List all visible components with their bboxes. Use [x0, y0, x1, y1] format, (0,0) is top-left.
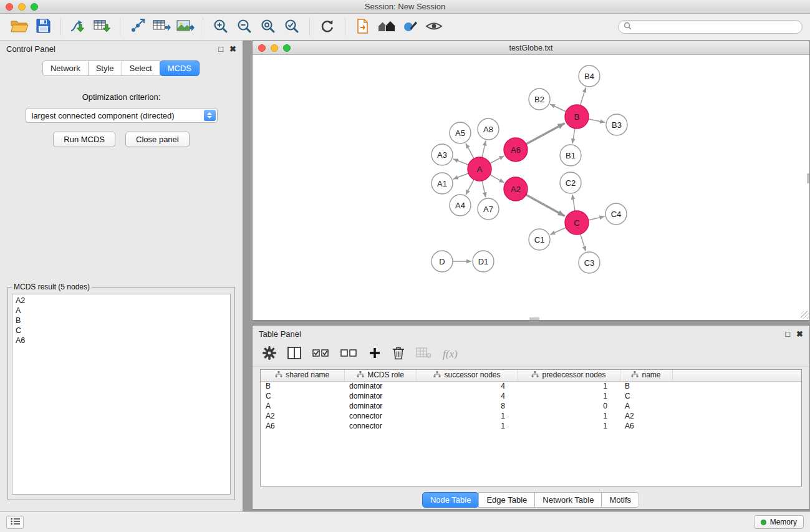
zoom-out-button[interactable]	[233, 16, 256, 38]
titlebar[interactable]: Session: New Session	[0, 0, 810, 14]
unselect-all-button[interactable]	[340, 345, 357, 364]
show-all-button[interactable]	[375, 16, 398, 38]
save-session-button[interactable]	[31, 16, 55, 38]
table-settings-button[interactable]	[263, 345, 276, 364]
tab-node-table[interactable]: Node Table	[422, 492, 480, 508]
graph-edge-A-A7[interactable]	[482, 181, 486, 198]
table-row[interactable]: Bdominator41B	[261, 381, 801, 391]
graph-node-A8[interactable]: A8	[478, 118, 499, 140]
mcds-result-item[interactable]: B	[16, 316, 227, 326]
graph-edge-B-B1[interactable]	[572, 128, 575, 143]
graph-node-A5[interactable]: A5	[450, 122, 471, 143]
tab-motifs[interactable]: Motifs	[601, 492, 639, 508]
close-window-button[interactable]	[6, 3, 13, 11]
graph-node-A3[interactable]: A3	[432, 144, 453, 165]
minimize-window-button[interactable]	[18, 3, 26, 11]
delete-column-button[interactable]	[392, 345, 405, 364]
graph-node-A6[interactable]: A6	[504, 138, 528, 162]
show-hide-button[interactable]	[422, 16, 446, 38]
tab-select[interactable]: Select	[122, 60, 160, 76]
import-network-button[interactable]	[67, 16, 90, 38]
select-all-button[interactable]	[312, 345, 329, 364]
mcds-result-item[interactable]: A2	[16, 296, 227, 306]
table-row[interactable]: Cdominator41C	[261, 391, 801, 401]
graph-node-A7[interactable]: A7	[478, 198, 499, 220]
search-input[interactable]	[635, 22, 797, 31]
graph-edge-A-A6[interactable]	[490, 156, 504, 163]
graph-edge-A2-C[interactable]	[526, 195, 565, 216]
graph-edge-A-A5[interactable]	[466, 143, 474, 158]
float-table-panel-icon[interactable]: □	[785, 330, 790, 338]
mcds-result-item[interactable]: A	[16, 306, 227, 316]
add-column-button[interactable]	[369, 345, 381, 364]
style-button[interactable]	[398, 16, 422, 38]
graph-edge-A6-B[interactable]	[526, 123, 565, 145]
criterion-dropdown[interactable]: largest connected component (directed)	[26, 108, 218, 123]
node-table-container[interactable]: shared nameMCDS rolesuccessor nodesprede…	[260, 369, 802, 486]
graph-edge-C-C4[interactable]	[589, 216, 605, 220]
float-panel-icon[interactable]: □	[218, 45, 223, 53]
graph-node-B3[interactable]: B3	[606, 114, 627, 135]
tab-style[interactable]: Style	[88, 60, 122, 76]
graph-node-C3[interactable]: C3	[579, 252, 600, 273]
graph-edge-C-C3[interactable]	[581, 234, 586, 251]
column-header-name[interactable]: name	[620, 370, 672, 381]
tab-mcds[interactable]: MCDS	[160, 60, 200, 76]
delete-table-button[interactable]	[416, 345, 432, 364]
graph-node-C4[interactable]: C4	[605, 203, 627, 225]
function-builder-button[interactable]: f(x)	[443, 345, 458, 364]
graph-node-B2[interactable]: B2	[529, 89, 550, 110]
graph-edge-A-A3[interactable]	[453, 159, 469, 165]
run-mcds-button[interactable]: Run MCDS	[53, 132, 115, 147]
memory-button[interactable]: Memory	[754, 515, 804, 529]
graph-node-B1[interactable]: B1	[560, 145, 581, 166]
show-columns-button[interactable]	[287, 345, 301, 364]
graph-node-A1[interactable]: A1	[432, 173, 453, 194]
graph-node-A2[interactable]: A2	[504, 177, 528, 201]
network-canvas[interactable]: B4B2BB3B1A5A8A6A3AA1A2A4A7C2C1CC4C3DD1	[253, 55, 809, 320]
column-header-MCDS-role[interactable]: MCDS role	[344, 370, 417, 381]
graph-node-B[interactable]: B	[565, 105, 589, 128]
close-panel-icon[interactable]: ✖	[229, 45, 236, 53]
column-header-predecessor-nodes[interactable]: predecessor nodes	[518, 370, 620, 381]
graph-node-A4[interactable]: A4	[450, 195, 471, 216]
zoom-fit-button[interactable]	[256, 16, 280, 38]
tab-network[interactable]: Network	[42, 60, 89, 76]
graph-edge-B-B2[interactable]	[550, 104, 566, 112]
tab-edge-table[interactable]: Edge Table	[478, 492, 535, 508]
zoom-in-button[interactable]	[209, 16, 233, 38]
mcds-result-list[interactable]: A2ABCA6	[12, 294, 231, 495]
graph-node-C[interactable]: C	[565, 211, 589, 235]
graph-node-D[interactable]: D	[432, 251, 453, 272]
refresh-button[interactable]	[316, 16, 339, 38]
table-row[interactable]: A2connector11A2	[261, 411, 801, 421]
search-box[interactable]	[618, 20, 803, 34]
graph-edge-C-C1[interactable]	[550, 228, 566, 235]
graph-node-D1[interactable]: D1	[473, 251, 494, 272]
graph-edge-A-A2[interactable]	[490, 175, 504, 183]
graph-node-B4[interactable]: B4	[579, 65, 600, 87]
document-arrow-button[interactable]	[351, 16, 375, 38]
graph-edge-A-A4[interactable]	[466, 180, 474, 195]
table-row[interactable]: A6connector11A6	[261, 421, 801, 431]
graph-edge-B-B3[interactable]	[589, 119, 605, 122]
task-history-button[interactable]	[6, 516, 24, 529]
graph-node-A[interactable]: A	[468, 157, 491, 181]
export-network-button[interactable]	[126, 16, 150, 38]
zoom-network-window-button[interactable]	[283, 44, 291, 52]
graph-node-C2[interactable]: C2	[560, 172, 581, 193]
export-table-button[interactable]	[150, 16, 173, 38]
horizontal-scrollbar[interactable]	[529, 317, 539, 320]
mcds-result-item[interactable]: C	[16, 326, 227, 336]
zoom-selected-button[interactable]	[280, 16, 304, 38]
open-session-button[interactable]	[7, 16, 31, 38]
graph-edge-C-C2[interactable]	[572, 195, 575, 211]
vertical-scrollbar[interactable]	[807, 173, 809, 183]
import-table-button[interactable]	[90, 16, 114, 38]
export-image-button[interactable]	[173, 16, 197, 38]
resize-grip[interactable]	[801, 311, 809, 319]
tab-network-table[interactable]: Network Table	[534, 492, 602, 508]
column-header-shared-name[interactable]: shared name	[261, 370, 344, 381]
mcds-result-item[interactable]: A6	[16, 336, 227, 346]
close-table-panel-icon[interactable]: ✖	[796, 330, 803, 338]
